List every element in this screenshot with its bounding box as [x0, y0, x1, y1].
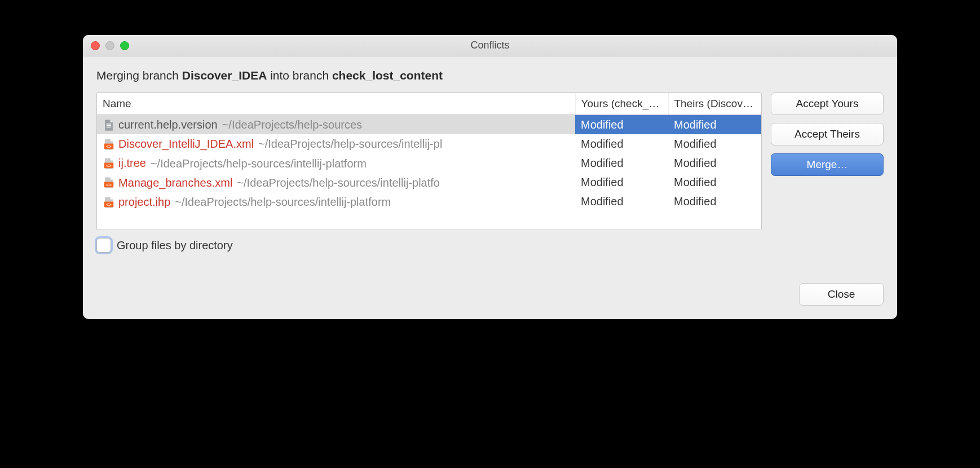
close-button[interactable]: Close [799, 283, 884, 306]
table-row[interactable]: <> project.ihp~/IdeaProjects/help-source… [97, 192, 761, 211]
minimize-window-icon [105, 41, 114, 50]
file-path: ~/IdeaProjects/help-sources [222, 118, 362, 131]
file-name: current.help.version [118, 118, 218, 131]
file-name: ij.tree [118, 157, 146, 170]
merge-button[interactable]: Merge… [771, 153, 884, 176]
group-by-directory-checkbox[interactable] [96, 238, 111, 253]
theirs-status: Modified [668, 134, 761, 153]
subheader-prefix: Merging branch [96, 69, 182, 82]
file-path: ~/IdeaProjects/help-sources/intellij-pl [258, 138, 442, 150]
conflicts-dialog: Conflicts Merging branch Discover_IDEA i… [83, 35, 897, 319]
svg-text:<>: <> [106, 164, 112, 169]
titlebar: Conflicts [83, 35, 897, 56]
xml-file-icon: <> [103, 176, 115, 189]
merge-subheader: Merging branch Discover_IDEA into branch… [96, 69, 884, 82]
col-header-theirs[interactable]: Theirs (Discov… [668, 93, 761, 115]
action-buttons: Accept Yours Accept Theirs Merge… [771, 92, 884, 230]
yours-status: Modified [575, 153, 668, 173]
file-name: Discover_IntelliJ_IDEA.xml [118, 138, 254, 150]
svg-text:<>: <> [106, 202, 112, 207]
table-row[interactable]: current.help.version~/IdeaProjects/help-… [97, 115, 761, 135]
conflicts-table: Name Yours (check_… Theirs (Discov… curr… [96, 92, 762, 230]
file-name-cell[interactable]: <> ij.tree~/IdeaProjects/help-sources/in… [97, 153, 575, 173]
yours-status: Modified [575, 115, 668, 135]
file-path: ~/IdeaProjects/help-sources/intellij-pla… [237, 176, 440, 189]
group-by-directory-label: Group files by directory [117, 239, 233, 252]
xml-file-icon: <> [103, 157, 115, 170]
file-icon [103, 119, 115, 131]
close-window-icon[interactable] [91, 41, 100, 50]
table-row[interactable]: <> Discover_IntelliJ_IDEA.xml~/IdeaProje… [97, 134, 761, 153]
svg-rect-2 [107, 126, 111, 127]
svg-rect-1 [107, 125, 111, 126]
theirs-status: Modified [668, 173, 761, 192]
subheader-mid: into branch [267, 69, 332, 82]
theirs-status: Modified [668, 192, 761, 211]
accept-yours-button[interactable]: Accept Yours [771, 92, 884, 115]
file-path: ~/IdeaProjects/help-sources/intellij-pla… [175, 196, 391, 208]
branch-from: Discover_IDEA [182, 69, 267, 82]
svg-text:<>: <> [106, 183, 112, 188]
file-name: project.ihp [118, 196, 170, 208]
file-name: Manage_branches.xml [118, 176, 232, 189]
yours-status: Modified [575, 192, 668, 211]
accept-theirs-button[interactable]: Accept Theirs [771, 123, 884, 145]
window-title: Conflicts [83, 39, 897, 51]
file-name-cell[interactable]: <> project.ihp~/IdeaProjects/help-source… [97, 192, 575, 211]
theirs-status: Modified [668, 115, 761, 135]
file-name-cell[interactable]: current.help.version~/IdeaProjects/help-… [97, 115, 575, 135]
col-header-name[interactable]: Name [97, 93, 575, 115]
xml-file-icon: <> [103, 196, 115, 209]
table-row[interactable]: <> ij.tree~/IdeaProjects/help-sources/in… [97, 153, 761, 173]
branch-to: check_lost_content [332, 69, 443, 82]
traffic-lights [91, 41, 129, 50]
table-row[interactable]: <> Manage_branches.xml~/IdeaProjects/hel… [97, 173, 761, 192]
col-header-yours[interactable]: Yours (check_… [575, 93, 668, 115]
maximize-window-icon[interactable] [120, 41, 129, 50]
yours-status: Modified [575, 134, 668, 153]
svg-text:<>: <> [106, 144, 112, 149]
xml-file-icon: <> [103, 138, 115, 151]
theirs-status: Modified [668, 153, 761, 173]
file-name-cell[interactable]: <> Manage_branches.xml~/IdeaProjects/hel… [97, 173, 575, 192]
svg-rect-0 [107, 123, 111, 124]
file-path: ~/IdeaProjects/help-sources/intellij-pla… [151, 157, 367, 170]
group-by-directory-row[interactable]: Group files by directory [96, 238, 233, 253]
file-name-cell[interactable]: <> Discover_IntelliJ_IDEA.xml~/IdeaProje… [97, 134, 575, 153]
yours-status: Modified [575, 173, 668, 192]
